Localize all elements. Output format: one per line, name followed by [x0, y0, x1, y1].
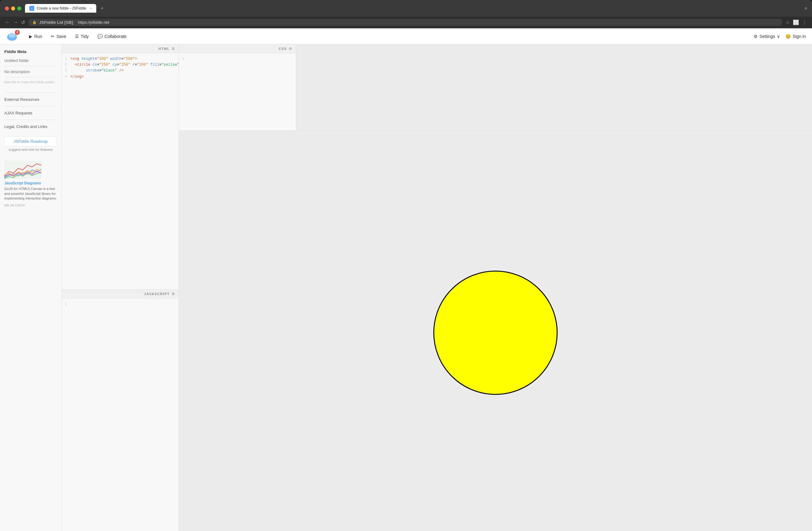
ajax-requests-link[interactable]: AJAX Requests [4, 109, 57, 117]
preview-svg [418, 256, 572, 410]
html-line-numbers: 1 2 3 4 [62, 53, 69, 290]
js-panel-header: JAVASCRIPT ⚙ [62, 290, 179, 298]
ad-description: GoJS for HTML5 Canvas is a fast and powe… [4, 187, 57, 201]
svg-point-5 [434, 271, 557, 394]
fiddle-description-input[interactable] [4, 69, 57, 75]
signin-label: Sign in [793, 34, 806, 39]
divider-2 [4, 106, 57, 106]
tidy-icon: ☰ [75, 34, 79, 39]
external-resources-link[interactable]: External Resources [4, 96, 57, 103]
run-label: Run [34, 34, 42, 39]
css-code-content[interactable] [187, 53, 296, 130]
html-settings-icon[interactable]: ⚙ [172, 47, 175, 51]
roadmap-link[interactable]: JSFiddle Roadmap [4, 136, 57, 146]
toolbar: 4 ▶ Run ✏ Save ☰ Tidy 💬 Collaborate ⚙ Se… [0, 28, 812, 44]
right-content: CSS ⚙ 1 [179, 44, 812, 531]
browser-controls: ≡ [804, 6, 807, 11]
html-editor-panel: HTML ⚙ 1 2 3 4 <svg height="500" width="… [62, 44, 179, 290]
url-bar[interactable]: 🔒 JSFiddle Ltd [GB] https://jsfiddle.net [28, 19, 782, 26]
tidy-label: Tidy [81, 34, 89, 39]
css-editor-panel: CSS ⚙ 1 [179, 44, 296, 130]
css-lang-label: CSS [279, 47, 287, 50]
sidebar: Fiddle Meta Add title to make the fiddle… [0, 44, 62, 531]
browser-menu-icon[interactable]: ≡ [804, 6, 807, 11]
save-label: Save [56, 34, 66, 39]
tidy-button[interactable]: ☰ Tidy [71, 32, 92, 41]
html-panel-header: HTML ⚙ [62, 44, 179, 53]
right-top-row: CSS ⚙ 1 [179, 44, 812, 131]
top-preview-panel [296, 44, 812, 130]
toolbar-right: ⚙ Settings ∨ 😊 Sign in [751, 32, 806, 41]
html-code-content[interactable]: <svg height="500" width="500"> <circle c… [69, 53, 179, 290]
lock-icon: 🔒 [32, 20, 37, 24]
maximize-button[interactable] [17, 6, 21, 11]
site-name: JSFiddle Ltd [GB] [39, 20, 73, 25]
forward-button[interactable]: → [13, 19, 18, 25]
svg-point-3 [9, 33, 15, 38]
ad-credit: ads via Carbon [4, 204, 57, 207]
fiddle-public-hint: Add title to make the fiddle public. [4, 80, 57, 85]
settings-label: Settings [759, 34, 775, 39]
svg-preview-container [179, 131, 812, 531]
signin-button[interactable]: 😊 Sign in [785, 34, 806, 39]
new-tab-button[interactable]: + [98, 4, 106, 13]
ad-image-svg [4, 161, 41, 179]
run-icon: ▶ [29, 34, 32, 39]
tab-label: Create a new fiddle - JSFiddle [37, 6, 86, 11]
ad-box: JavaScript Diagrams GoJS for HTML5 Canva… [4, 161, 57, 207]
tab-favicon: ∞ [29, 6, 34, 11]
save-button[interactable]: ✏ Save [47, 32, 70, 41]
browser-options-icon[interactable]: ⋮ [802, 19, 807, 25]
left-editors: HTML ⚙ 1 2 3 4 <svg height="500" width="… [62, 44, 179, 531]
collaborate-label: Collaborate [105, 34, 127, 39]
url-text: https://jsfiddle.net [78, 20, 109, 25]
html-code-body[interactable]: 1 2 3 4 <svg height="500" width="500"> <… [62, 53, 179, 290]
main-preview-panel [179, 131, 812, 531]
save-icon: ✏ [51, 34, 55, 39]
tab-bar: ∞ Create a new fiddle - JSFiddle × + [25, 4, 801, 13]
css-code-body[interactable]: 1 [179, 53, 296, 130]
tab-list-icon[interactable]: ⬜ [793, 19, 799, 25]
user-icon: 😊 [785, 34, 791, 39]
collaborate-icon: 💬 [98, 34, 103, 39]
fiddle-title-input[interactable] [4, 58, 57, 63]
divider-3 [4, 120, 57, 120]
js-settings-icon[interactable]: ⚙ [172, 292, 175, 296]
traffic-lights [5, 6, 21, 11]
close-button[interactable] [5, 6, 9, 11]
bookmark-icon[interactable]: ☆ [785, 19, 790, 25]
js-code-body[interactable]: 1 [62, 298, 179, 531]
back-button[interactable]: ← [5, 19, 10, 25]
settings-button[interactable]: ⚙ Settings ∨ [751, 32, 783, 41]
notification-badge: 4 [15, 30, 20, 35]
js-line-numbers: 1 [62, 298, 69, 531]
html-lang-label: HTML [158, 47, 170, 50]
nav-buttons: ← → ↺ [5, 19, 25, 25]
css-settings-icon[interactable]: ⚙ [289, 47, 292, 51]
css-panel-header: CSS ⚙ [179, 44, 296, 53]
run-button[interactable]: ▶ Run [25, 32, 46, 41]
refresh-button[interactable]: ↺ [21, 19, 25, 25]
divider-1 [4, 92, 57, 93]
sidebar-promo: JSFiddle Roadmap suggest and vote for fe… [4, 136, 57, 156]
address-bar: ← → ↺ 🔒 JSFiddle Ltd [GB] https://jsfidd… [0, 17, 812, 28]
js-editor-panel: JAVASCRIPT ⚙ 1 [62, 290, 179, 531]
legal-link[interactable]: Legal, Credits and Links [4, 123, 57, 130]
title-bar: ∞ Create a new fiddle - JSFiddle × + ≡ [0, 0, 812, 17]
minimize-button[interactable] [11, 6, 15, 11]
active-tab[interactable]: ∞ Create a new fiddle - JSFiddle × [25, 4, 96, 13]
ad-image[interactable] [4, 161, 41, 179]
settings-chevron-icon: ∨ [777, 34, 780, 39]
css-line-numbers: 1 [179, 53, 187, 130]
collaborate-button[interactable]: 💬 Collaborate [94, 32, 130, 41]
tab-close-button[interactable]: × [90, 6, 92, 10]
address-actions: ☆ ⬜ ⋮ [785, 19, 807, 25]
content-area: HTML ⚙ 1 2 3 4 <svg height="500" width="… [62, 44, 812, 531]
roadmap-subtitle: suggest and vote for features [4, 148, 57, 151]
js-code-content[interactable] [69, 298, 179, 531]
settings-gear-icon: ⚙ [754, 34, 758, 39]
browser-chrome: ∞ Create a new fiddle - JSFiddle × + ≡ ←… [0, 0, 812, 28]
ad-title[interactable]: JavaScript Diagrams [4, 181, 57, 185]
main-layout: Fiddle Meta Add title to make the fiddle… [0, 44, 812, 531]
app-container: 4 ▶ Run ✏ Save ☰ Tidy 💬 Collaborate ⚙ Se… [0, 28, 812, 531]
